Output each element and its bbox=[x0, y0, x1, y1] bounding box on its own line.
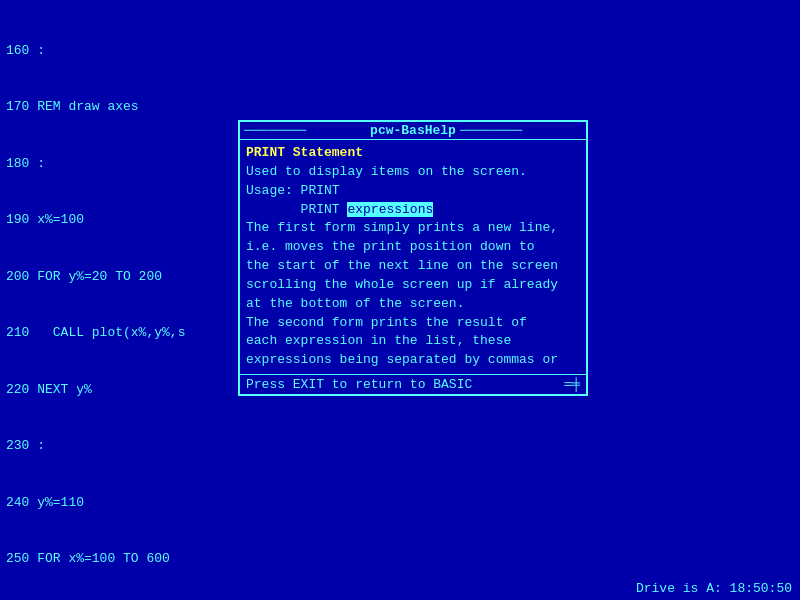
help-footer-right: ═╪ bbox=[564, 377, 580, 392]
help-highlight-expressions: expressions bbox=[347, 202, 433, 217]
help-line-3: The first form simply prints a new line, bbox=[246, 219, 580, 238]
help-footer-text: Press EXIT to return to BASIC bbox=[246, 377, 472, 392]
help-line-2: PRINT expressions bbox=[246, 201, 580, 220]
code-line: 160 : bbox=[6, 42, 794, 61]
help-line-6: scrolling the whole screen up if already bbox=[246, 276, 580, 295]
help-line-7: at the bottom of the screen. bbox=[246, 295, 580, 314]
help-dialog: ──────── pcw-BasHelp ──────── PRINT Stat… bbox=[238, 120, 588, 396]
code-line: 170 REM draw axes bbox=[6, 98, 794, 117]
title-dashes-left: ──────── bbox=[244, 123, 366, 138]
code-line: 240 y%=110 bbox=[6, 494, 794, 513]
status-bar: Drive is A: 18:50:50 bbox=[636, 581, 792, 596]
help-footer: Press EXIT to return to BASIC ═╪ bbox=[240, 374, 586, 394]
code-line: 230 : bbox=[6, 437, 794, 456]
code-line: 250 FOR x%=100 TO 600 bbox=[6, 550, 794, 569]
help-line-1: Usage: PRINT bbox=[246, 182, 580, 201]
help-line-5: the start of the next line on the screen bbox=[246, 257, 580, 276]
help-line-0: Used to display items on the screen. bbox=[246, 163, 580, 182]
help-title-text: pcw-BasHelp bbox=[366, 123, 460, 138]
help-line-9: each expression in the list, these bbox=[246, 332, 580, 351]
help-line-4: i.e. moves the print position down to bbox=[246, 238, 580, 257]
help-line-10: expressions being separated by commas or bbox=[246, 351, 580, 370]
help-content: PRINT Statement Used to display items on… bbox=[240, 140, 586, 374]
help-heading: PRINT Statement bbox=[246, 144, 580, 163]
help-title-bar: ──────── pcw-BasHelp ──────── bbox=[240, 122, 586, 140]
help-line-8: The second form prints the result of bbox=[246, 314, 580, 333]
title-dashes-right: ──────── bbox=[460, 123, 582, 138]
main-screen: 160 : 170 REM draw axes 180 : 190 x%=100… bbox=[0, 0, 800, 600]
